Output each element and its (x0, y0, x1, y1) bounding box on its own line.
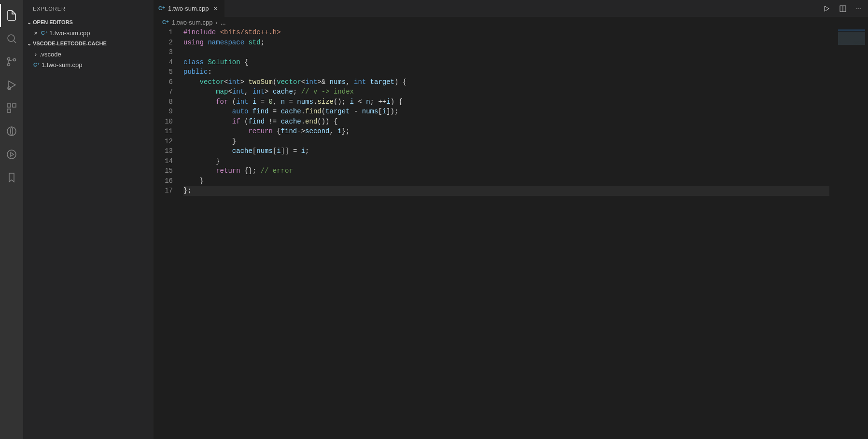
code-line[interactable]: #include <bits/stdc++.h> (183, 27, 868, 38)
line-gutter: 1234567891011121314151617 (154, 27, 183, 439)
bookmark-icon (6, 172, 17, 183)
line-number: 1 (154, 27, 173, 38)
activity-explorer[interactable] (0, 4, 23, 27)
section-workspace-label: VSCODE-LEETCODE-CACHE (33, 41, 107, 46)
code-line[interactable]: } (183, 176, 868, 186)
line-number: 2 (154, 38, 173, 48)
line-number: 4 (154, 57, 173, 68)
code-line[interactable]: if (find != cache.end()) { (183, 117, 868, 127)
section-workspace[interactable]: ⌄ VSCODE-LEETCODE-CACHE (23, 38, 154, 49)
chevron-down-icon: ⌄ (25, 19, 33, 26)
tab-filename: 1.two-sum.cpp (168, 5, 209, 12)
line-number: 10 (154, 117, 173, 127)
file-name: 1.two-sum.cpp (42, 61, 83, 69)
cpp-file-icon: C⁺ (162, 19, 169, 26)
more-actions-button[interactable] (855, 5, 862, 13)
breadcrumb-separator: › (216, 19, 218, 26)
svg-line-1 (14, 41, 16, 43)
minimap[interactable] (829, 27, 868, 439)
tab-actions (823, 0, 868, 17)
ellipsis-icon (855, 5, 862, 13)
svg-point-4 (14, 59, 16, 61)
line-number: 11 (154, 126, 173, 137)
code-line[interactable]: auto find = cache.find(target - nums[i])… (183, 107, 868, 117)
branch-icon (6, 56, 17, 68)
line-number: 9 (154, 107, 173, 117)
svg-point-10 (7, 127, 16, 136)
line-number: 5 (154, 67, 173, 77)
folder-name: .vscode (40, 51, 61, 58)
extensions-icon (6, 102, 17, 114)
breadcrumb-file: 1.two-sum.cpp (172, 19, 213, 26)
breadcrumb[interactable]: C⁺ 1.two-sum.cpp › ... (154, 17, 868, 27)
file-item-two-sum[interactable]: C⁺ 1.two-sum.cpp (23, 59, 154, 70)
tabs-bar: C⁺ 1.two-sum.cpp × (154, 0, 868, 17)
tree-icon (6, 125, 17, 137)
code-line[interactable]: return {}; // error (183, 166, 868, 176)
svg-point-3 (8, 64, 10, 66)
section-open-editors-label: OPEN EDITORS (33, 19, 73, 25)
svg-point-18 (860, 8, 861, 9)
code-line[interactable]: using namespace std; (183, 38, 868, 48)
cpp-file-icon: C⁺ (158, 5, 165, 12)
code-line[interactable]: for (int i = 0, n = nums.size(); i < n; … (183, 97, 868, 107)
line-number: 14 (154, 156, 173, 166)
tab-close-icon[interactable]: × (212, 5, 220, 13)
line-number: 12 (154, 137, 173, 147)
code-line[interactable]: } (183, 156, 868, 166)
line-number: 7 (154, 87, 173, 97)
debug-icon (6, 79, 17, 91)
open-editor-filename: 1.two-sum.cpp (49, 29, 90, 37)
code-line[interactable]: }; (183, 186, 868, 196)
editor-area: C⁺ 1.two-sum.cpp × C⁺ 1.two-sum.cpp › ..… (154, 0, 868, 439)
files-icon (6, 10, 17, 21)
split-icon (839, 5, 847, 13)
line-number: 13 (154, 146, 173, 156)
code-content[interactable]: #include <bits/stdc++.h>using namespace … (183, 27, 868, 439)
code-line[interactable]: map<int, int> cache; // v -> index (183, 87, 868, 97)
code-editor[interactable]: 1234567891011121314151617 #include <bits… (154, 27, 868, 439)
svg-marker-13 (825, 6, 829, 11)
svg-rect-9 (7, 109, 11, 112)
svg-point-17 (858, 8, 859, 9)
line-number: 16 (154, 176, 173, 186)
svg-rect-7 (7, 104, 11, 107)
activity-run-debug[interactable] (0, 73, 23, 96)
close-icon[interactable]: × (32, 29, 40, 37)
svg-rect-8 (13, 104, 16, 107)
activity-source-control[interactable] (0, 50, 23, 73)
code-line[interactable]: public: (183, 67, 868, 77)
play-icon (823, 5, 830, 13)
code-line[interactable]: vector<int> twoSum(vector<int>& nums, in… (183, 77, 868, 87)
activity-bookmark[interactable] (0, 166, 23, 189)
code-line[interactable]: class Solution { (183, 57, 868, 68)
activity-custom-play[interactable] (0, 143, 23, 166)
svg-point-11 (7, 150, 16, 159)
svg-point-2 (8, 58, 10, 60)
sidebar-title: EXPLORER (23, 0, 154, 17)
line-number: 6 (154, 77, 173, 87)
play-circle-icon (6, 149, 17, 160)
cpp-file-icon: C⁺ (32, 62, 42, 68)
activity-extensions[interactable] (0, 96, 23, 120)
line-number: 8 (154, 97, 173, 107)
activity-bar (0, 0, 23, 439)
section-open-editors[interactable]: ⌄ OPEN EDITORS (23, 17, 154, 27)
line-number: 15 (154, 166, 173, 176)
folder-item-vscode[interactable]: › .vscode (23, 49, 154, 59)
line-number: 17 (154, 186, 173, 196)
chevron-down-icon: ⌄ (25, 41, 33, 47)
svg-marker-12 (11, 152, 14, 156)
split-editor-button[interactable] (839, 5, 847, 13)
code-line[interactable]: return {find->second, i}; (183, 126, 868, 137)
activity-custom-tree[interactable] (0, 120, 23, 143)
cpp-file-icon: C⁺ (40, 30, 49, 36)
tab-two-sum[interactable]: C⁺ 1.two-sum.cpp × (154, 0, 225, 17)
svg-point-0 (8, 35, 14, 41)
run-button[interactable] (823, 5, 830, 13)
open-editor-item[interactable]: × C⁺ 1.two-sum.cpp (23, 27, 154, 38)
code-line[interactable]: cache[nums[i]] = i; (183, 146, 868, 156)
code-line[interactable]: } (183, 137, 868, 147)
activity-search[interactable] (0, 27, 23, 50)
code-line[interactable] (183, 47, 868, 57)
